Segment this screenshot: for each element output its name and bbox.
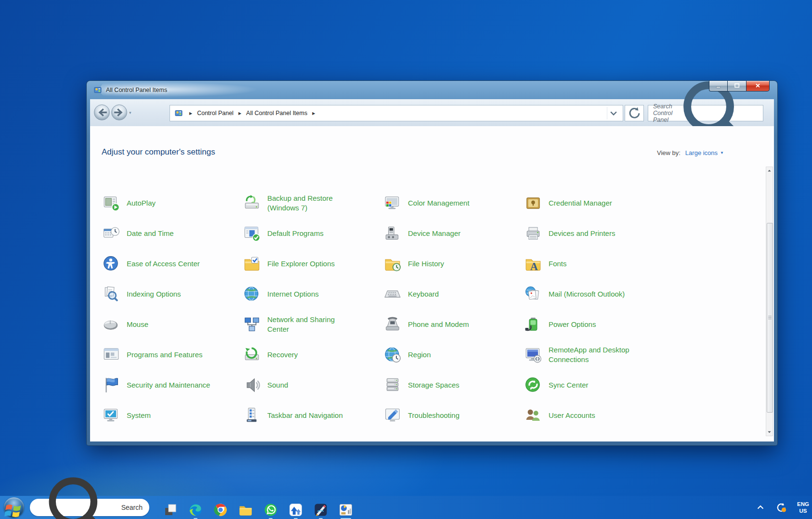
control-panel-item[interactable]: Date and Time [103, 218, 243, 248]
taskbar-edge-icon[interactable] [188, 498, 203, 517]
control-panel-item[interactable]: Backup and Restore (Windows 7) [243, 188, 384, 218]
control-panel-item[interactable]: Mail (Microsoft Outlook) [524, 279, 665, 309]
item-label: Taskbar and Navigation [267, 411, 343, 420]
view-by-caret-icon: ▼ [720, 151, 724, 155]
control-panel-item[interactable]: Keyboard [384, 279, 524, 309]
view-by-value[interactable]: Large icons [685, 149, 718, 156]
control-panel-item[interactable]: Phone and Modem [384, 309, 524, 339]
taskbar-updater-app-icon[interactable] [288, 498, 303, 517]
fonts-icon: A [524, 255, 542, 272]
control-panel-item[interactable]: Storage Spaces [384, 370, 524, 400]
item-label: System [127, 411, 151, 420]
system-tray: ENG US [756, 496, 812, 519]
control-panel-item[interactable]: Programs and Features [103, 339, 243, 370]
breadcrumb-separator-icon: ▶ [189, 111, 192, 116]
forward-button[interactable] [111, 104, 127, 120]
language-indicator[interactable]: ENG US [797, 501, 809, 515]
control-panel-item[interactable]: AFonts [524, 248, 665, 279]
control-panel-item[interactable]: File Explorer Options [243, 248, 384, 279]
taskbar-squares-app-icon[interactable] [163, 498, 178, 517]
control-panel-item[interactable]: Default Programs [243, 218, 384, 248]
partial-folder-item-icon[interactable] [524, 431, 665, 441]
backup-icon [243, 195, 261, 212]
easeofaccess-icon [103, 255, 120, 272]
control-panel-item[interactable]: Devices and Printers [524, 218, 665, 248]
taskbar-search[interactable]: Search [30, 499, 149, 516]
taskbar-designer-app-icon[interactable] [314, 498, 328, 517]
item-label: Credential Manager [549, 198, 612, 208]
search-placeholder: Search Control Panel [653, 103, 672, 123]
maximize-button[interactable] [727, 81, 746, 91]
nav-orbs: ▾ [94, 104, 131, 120]
window-title: All Control Panel Items [106, 87, 167, 93]
control-panel-item[interactable]: Security and Maintenance [103, 370, 243, 400]
scroll-down-icon[interactable] [766, 428, 773, 436]
taskbar-file-explorer-icon[interactable] [238, 498, 253, 517]
item-label: Keyboard [408, 289, 439, 299]
breadcrumb-control-panel[interactable]: Control Panel [196, 109, 235, 117]
recovery-icon [243, 346, 261, 363]
item-label: File History [408, 259, 444, 269]
defaultprograms-icon [243, 225, 261, 242]
control-panel-item[interactable]: Region [384, 339, 524, 370]
control-panel-item[interactable]: User Accounts [524, 400, 665, 430]
control-panel-window-icon [93, 86, 102, 94]
vertical-scrollbar[interactable] [766, 167, 773, 436]
partial-row [103, 431, 665, 441]
devicemanager-icon [384, 225, 401, 242]
caption-buttons [709, 81, 770, 91]
taskbar-control-panel-icon[interactable] [339, 498, 353, 517]
search-box[interactable]: Search Control Panel [648, 105, 763, 121]
control-panel-item[interactable]: Power Options [524, 309, 665, 339]
troubleshoot-icon [384, 407, 401, 424]
control-panel-item[interactable]: Device Manager [384, 218, 524, 248]
close-button[interactable] [746, 81, 770, 91]
item-label: Power Options [549, 320, 596, 329]
start-button[interactable] [4, 497, 24, 518]
back-button[interactable] [94, 104, 110, 120]
control-panel-item[interactable]: File History [384, 248, 524, 279]
item-label: Backup and Restore (Windows 7) [267, 194, 357, 213]
scrollbar-thumb[interactable] [767, 223, 773, 413]
control-panel-item[interactable]: System [103, 400, 243, 430]
partial-window-item-icon[interactable] [243, 431, 384, 441]
breadcrumb-separator-icon: ▶ [312, 111, 315, 116]
control-panel-item[interactable]: Mouse [103, 309, 243, 339]
mail-icon [524, 285, 542, 303]
control-panel-item[interactable]: Network and Sharing Center [243, 309, 384, 339]
recent-pages-dropdown[interactable]: ▾ [129, 110, 131, 115]
breadcrumb-all-items[interactable]: All Control Panel Items [245, 109, 308, 117]
control-panel-item[interactable]: Sync Center [524, 370, 665, 400]
taskbar-whatsapp-icon[interactable] [263, 498, 278, 517]
minimize-button[interactable] [709, 81, 727, 91]
control-panel-item[interactable]: Internet Options [243, 279, 384, 309]
control-panel-item[interactable]: AutoPlay [103, 188, 243, 218]
hidden-icons-chevron-icon[interactable] [756, 503, 765, 512]
control-panel-item[interactable]: Credential Manager [524, 188, 665, 218]
item-label: Region [408, 350, 431, 360]
control-panel-item[interactable]: Indexing Options [103, 279, 243, 309]
control-panel-item[interactable]: Recovery [243, 339, 384, 370]
control-panel-item[interactable]: Troubleshooting [384, 400, 524, 430]
partial-device-item-icon[interactable] [384, 431, 524, 441]
control-panel-window: All Control Panel Items ▾ ▶ Control Pane… [87, 81, 777, 445]
sync-status-icon[interactable] [776, 502, 786, 513]
control-panel-item[interactable]: RemoteApp and Desktop Connections [524, 339, 665, 370]
refresh-button[interactable] [625, 105, 644, 121]
partial-sphere-item-icon[interactable] [103, 431, 243, 441]
control-panel-item[interactable]: Color Management [384, 188, 524, 218]
page-title: Adjust your computer's settings [102, 147, 215, 157]
control-panel-item[interactable]: Ease of Access Center [103, 248, 243, 279]
control-panel-item[interactable]: Sound [243, 370, 384, 400]
breadcrumb-separator-icon: ▶ [238, 111, 241, 116]
search-icon [40, 469, 118, 519]
taskbar-icons [158, 498, 358, 517]
autoplay-icon [103, 195, 120, 212]
address-bar[interactable]: ▶ Control Panel ▶ All Control Panel Item… [170, 105, 623, 121]
taskbar-chrome-icon[interactable] [213, 498, 228, 517]
control-panel-item[interactable]: Taskbar and Navigation [243, 400, 384, 430]
address-dropdown-icon[interactable] [607, 107, 620, 119]
filehistory-icon [384, 255, 401, 272]
item-label: Sync Center [549, 380, 589, 390]
scroll-up-icon[interactable] [766, 167, 773, 174]
